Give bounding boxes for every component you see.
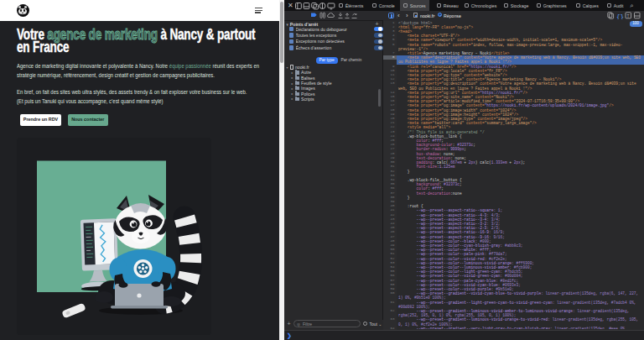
svg-text:T: T (627, 13, 630, 18)
svg-text:{}: {} (616, 13, 624, 20)
